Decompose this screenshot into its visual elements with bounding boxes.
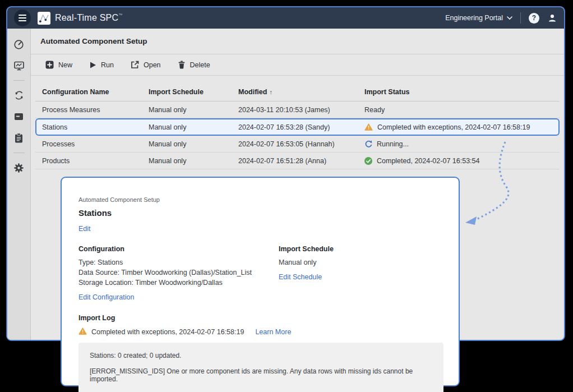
configuration-heading: Configuration (78, 245, 279, 253)
top-navbar: Real-Time SPC™ Engineering Portal ? (7, 7, 564, 29)
table-row[interactable]: StationsManual only2024-02-07 16:53:28 (… (35, 118, 560, 136)
new-plus-icon (45, 61, 54, 69)
sidebar-item-charts[interactable] (11, 58, 27, 73)
configuration-data-source: Data Source: Timber Woodworking (Dallas)… (78, 268, 279, 278)
storage-box-icon (13, 112, 24, 122)
new-button[interactable]: New (45, 61, 72, 69)
help-icon[interactable]: ? (529, 13, 539, 24)
cell-modified: 2024-02-07 16:53:28 (Sandy) (238, 123, 364, 131)
table-header: Configuration Name Import Schedule Modif… (35, 83, 560, 102)
column-header-configuration-name[interactable]: Configuration Name (42, 88, 149, 96)
app-logo-icon (38, 12, 50, 25)
stations-detail-popup: Automated Component Setup Stations Edit … (61, 177, 460, 386)
log-line: Stations: 0 created; 0 updated. (90, 352, 432, 359)
run-play-icon (89, 61, 96, 69)
edit-configuration-link[interactable]: Edit Configuration (78, 293, 134, 301)
cell-modified: 2024-02-07 16:53:05 (Hannah) (238, 140, 364, 148)
table-row[interactable]: ProcessesManual only2024-02-07 16:53:05 … (35, 136, 560, 153)
settings-gear-icon (13, 163, 24, 173)
cell-import-status: Completed with exceptions, 2024-02-07 16… (364, 123, 558, 131)
cell-configuration-name: Processes (42, 140, 149, 148)
column-header-import-status[interactable]: Import Status (364, 88, 560, 96)
toolbar: New Run Open (31, 54, 564, 76)
sidebar-item-dashboard[interactable] (11, 36, 27, 52)
sidebar-item-storage[interactable] (11, 109, 27, 124)
cell-import-status: Completed, 2024-02-07 16:53:54 (364, 157, 560, 165)
table-row[interactable]: Process MeasuresManual only2024-03-11 20… (35, 102, 560, 118)
column-header-import-schedule[interactable]: Import Schedule (149, 88, 238, 96)
warning-icon (78, 328, 87, 336)
warning-icon (364, 123, 373, 131)
cell-import-schedule: Manual only (149, 157, 238, 165)
configuration-section: Configuration Type: Stations Data Source… (78, 245, 279, 302)
chevron-down-icon (507, 16, 512, 20)
cell-configuration-name: Process Measures (42, 106, 149, 114)
delete-button[interactable]: Delete (178, 61, 210, 69)
learn-more-link[interactable]: Learn More (255, 328, 291, 336)
cell-import-status: Running... (364, 140, 560, 148)
status-text: Running... (377, 140, 409, 148)
cell-import-schedule: Manual only (149, 140, 238, 148)
menu-button[interactable] (14, 10, 31, 26)
status-text: Completed with exceptions, 2024-02-07 16… (377, 123, 530, 131)
trademark: ™ (118, 13, 122, 17)
cell-import-schedule: Manual only (149, 123, 238, 131)
user-icon[interactable] (547, 13, 557, 23)
clipboard-icon (14, 133, 24, 144)
open-external-icon (131, 61, 139, 69)
app-title: Real-Time SPC™ (55, 13, 122, 23)
popup-title: Stations (78, 208, 442, 218)
status-text: Completed, 2024-02-07 16:53:54 (377, 157, 479, 165)
import-log-output: Stations: 0 created; 0 updated. [ERROR_M… (78, 343, 443, 392)
sidebar-item-sync[interactable] (11, 87, 27, 103)
run-button-label: Run (101, 61, 114, 69)
cell-import-schedule: Manual only (149, 106, 238, 114)
screen: Real-Time SPC™ Engineering Portal ? (0, 0, 573, 392)
portal-selector[interactable]: Engineering Portal (445, 14, 512, 22)
import-log-status-text: Completed with exceptions, 2024-02-07 16… (91, 328, 244, 336)
edit-schedule-link[interactable]: Edit Schedule (279, 273, 322, 281)
running-icon (364, 140, 372, 148)
warning-icon (364, 123, 373, 131)
import-schedule-value: Manual only (279, 257, 442, 268)
import-log-section: Import Log Completed with exceptions, 20… (78, 314, 442, 392)
dashboard-gauge-icon (13, 39, 24, 50)
sync-icon (14, 90, 24, 100)
cell-modified: 2024-02-07 16:51:28 (Anna) (238, 157, 364, 165)
success-icon (364, 157, 372, 165)
portal-label: Engineering Portal (445, 14, 503, 22)
run-button[interactable]: Run (89, 61, 114, 69)
sort-ascending-icon: ↑ (269, 89, 272, 95)
page-title: Automated Component Setup (40, 37, 147, 45)
warning-icon (78, 328, 87, 335)
table-row[interactable]: ProductsManual only2024-02-07 16:51:28 (… (35, 153, 560, 169)
column-header-modified[interactable]: Modified↑ (238, 88, 364, 96)
table-body: Process MeasuresManual only2024-03-11 20… (35, 102, 560, 169)
open-button[interactable]: Open (131, 61, 161, 69)
running-icon (364, 140, 372, 148)
success-icon (364, 157, 372, 165)
cell-modified: 2024-03-11 20:10:53 (James) (238, 106, 364, 114)
popup-eyebrow: Automated Component Setup (78, 196, 442, 203)
open-button-label: Open (144, 61, 161, 69)
page-header: Automated Component Setup (31, 29, 564, 54)
edit-link[interactable]: Edit (78, 225, 442, 233)
cell-configuration-name: Stations (42, 123, 149, 131)
cell-configuration-name: Products (42, 157, 149, 165)
sidebar-item-clipboard[interactable] (11, 130, 27, 146)
configuration-storage-location: Storage Location: Timber Woodworking/Dal… (78, 278, 279, 288)
import-schedule-heading: Import Schedule (279, 245, 442, 253)
navbar-divider (520, 12, 521, 24)
charts-monitor-icon (13, 61, 25, 71)
configuration-type: Type: Stations (78, 257, 279, 268)
delete-button-label: Delete (190, 61, 210, 69)
new-button-label: New (58, 61, 72, 69)
sidebar-divider (13, 80, 25, 81)
configurations-table: Configuration Name Import Schedule Modif… (35, 83, 560, 169)
sidebar-divider (13, 153, 25, 153)
cell-import-status: Ready (364, 106, 560, 114)
status-text: Ready (364, 106, 385, 114)
sidebar-item-settings[interactable] (11, 160, 27, 176)
left-sidebar (7, 29, 31, 340)
import-log-heading: Import Log (78, 314, 442, 322)
